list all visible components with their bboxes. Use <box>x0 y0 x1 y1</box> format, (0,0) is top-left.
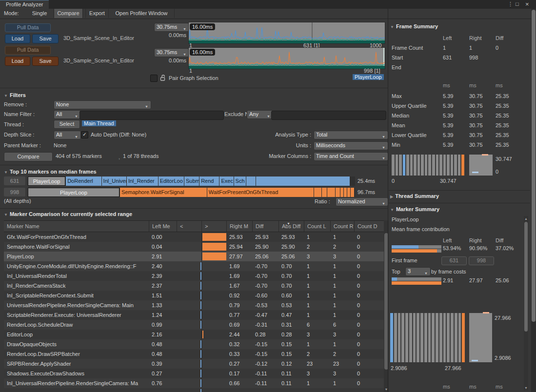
col-marker-name[interactable]: Marker Name <box>4 221 149 232</box>
marker-segment[interactable] <box>246 176 256 186</box>
scroll-down-icon[interactable]: ▼ <box>524 386 528 390</box>
units-dropdown[interactable]: Milliseconds▼ <box>314 141 388 150</box>
marker-segment[interactable] <box>322 188 327 197</box>
col-diff[interactable]: Diff <box>252 221 278 232</box>
pull-data-right-button[interactable]: Pull Data <box>5 46 51 55</box>
table-row[interactable]: RenderLoop.ScheduleDraw0.990.69-0.310.31… <box>4 320 384 330</box>
load-left-button[interactable]: Load <box>5 34 30 43</box>
marker-segment[interactable] <box>327 188 335 197</box>
exclude-names-input[interactable] <box>271 111 386 120</box>
pair-graph-selection-checkbox[interactable] <box>150 75 158 82</box>
first-frame-right-button[interactable]: 998 <box>469 256 494 265</box>
marker-segment[interactable]: Exec <box>219 176 233 186</box>
table-row[interactable]: Inl_ScriptableRenderContext.Submit1.510.… <box>4 291 384 300</box>
table-row[interactable]: UnityEngine.CoreModule.dll!UnityEngine.R… <box>4 261 384 271</box>
marker-summary-scrollbar[interactable]: ▲ ▼ <box>524 216 528 391</box>
maximize-icon[interactable]: □ <box>516 1 519 7</box>
top-n-dropdown[interactable]: 3▼ <box>405 267 431 276</box>
col-abs-diff[interactable]: ▼Abs Diff <box>278 221 304 232</box>
marker-segment[interactable]: Semaphore.WaitForSignal <box>120 188 207 197</box>
table-row[interactable]: Semaphore.WaitForSignal0.0425.9425.9025.… <box>4 242 384 252</box>
analysis-type-dropdown[interactable]: Total▼ <box>314 131 388 139</box>
marker-columns-dropdown[interactable]: Time and Count▼ <box>314 152 388 161</box>
thread-summary-header[interactable]: ▶Thread Summary <box>390 193 439 199</box>
table-row[interactable]: UniversalRenderPipeline.RenderSingleCame… <box>4 300 384 310</box>
marker-segment[interactable] <box>340 188 343 197</box>
graph-left-scale-dropdown[interactable]: 30.75ms▼ <box>154 23 189 32</box>
marker-segment[interactable] <box>256 176 350 186</box>
marker-segment[interactable]: Rend <box>199 176 219 186</box>
table-row[interactable]: Inl_RenderCameraStack2.371.67-0.700.7011… <box>4 281 384 291</box>
scroll-up-icon[interactable]: ▲ <box>524 217 528 220</box>
table-row[interactable]: Inl_UniversalRenderPipeline.RenderSingle… <box>4 378 384 388</box>
table-row[interactable]: DrawOpaqueObjects0.480.32-0.150.15110 <box>4 339 384 349</box>
marker-summary-histogram[interactable] <box>390 313 465 362</box>
exclude-mode-dropdown[interactable]: Any▼ <box>247 110 273 119</box>
table-row[interactable]: PlayerLoop2.9127.9725.0625.06330 <box>4 252 384 261</box>
frame-summary-histogram[interactable] <box>392 155 464 176</box>
marker-segment[interactable]: PlayerLoop <box>28 188 119 197</box>
marker-segment[interactable]: Sch <box>234 176 246 186</box>
col-left-bar[interactable]: < <box>177 221 201 232</box>
first-frame-left-button[interactable]: 631 <box>441 256 467 265</box>
marker-segment[interactable] <box>351 188 354 197</box>
right-diff-bar <box>201 252 226 261</box>
selected-marker-label[interactable]: PlayerLoop <box>353 74 384 80</box>
save-right-button[interactable]: Save <box>32 57 59 66</box>
table-row[interactable]: SRPBRender.ApplyShader0.390.27-0.120.122… <box>4 359 384 369</box>
marker-segment[interactable]: Inl_Render <box>127 176 158 186</box>
frame-summary-header[interactable]: ▼Frame Summary <box>390 23 438 29</box>
open-profiler-window-button[interactable]: Open Profiler Window <box>108 9 175 18</box>
mode-single-button[interactable]: Single <box>25 9 54 18</box>
profile-analyzer-window: Profile Analyzer ⋮ □ × Mode: Single Comp… <box>0 0 536 392</box>
export-button[interactable]: Export <box>85 9 109 18</box>
graph-right-scale-dropdown[interactable]: 30.75ms▼ <box>154 48 189 57</box>
right-panel-scrollbar[interactable] <box>531 9 536 392</box>
load-right-button[interactable]: Load <box>5 57 30 66</box>
table-row[interactable]: ScriptableRenderer.Execute: UniversalRen… <box>4 310 384 320</box>
marker-segment[interactable]: EditorLoo <box>159 176 184 186</box>
marker-segment[interactable]: PlayerLoop <box>28 176 65 186</box>
ratio-dropdown[interactable]: Normalized▼ <box>336 197 388 206</box>
table-row[interactable]: Shadows.ExecuteDrawShadows0.270.17-0.110… <box>4 369 384 378</box>
marker-segment[interactable]: Submi <box>184 176 199 186</box>
table-row[interactable]: EditorLoop2.162.440.280.28330 <box>4 330 384 339</box>
top10-header[interactable]: ▼Top 10 markers on median frames <box>4 169 97 175</box>
frame-graph-right[interactable]: 16.00ms <box>188 47 385 69</box>
mode-compare-button[interactable]: Compare <box>54 9 83 18</box>
marker-summary-header[interactable]: ▼Marker Summary <box>390 206 439 212</box>
col-count-left[interactable]: Count L <box>304 221 330 232</box>
marker-segment[interactable]: Inl_Univers <box>102 176 126 186</box>
remove-dropdown[interactable]: None▼ <box>54 100 151 109</box>
table-row[interactable]: Gfx.WaitForPresentOnGfxThread0.0025.9325… <box>4 232 384 242</box>
pull-data-left-button[interactable]: Pull Data <box>5 23 51 32</box>
comparison-header[interactable]: ▼Marker Comparison for currently selecte… <box>4 211 132 217</box>
marker-segment[interactable]: DoRenderl <box>66 176 101 186</box>
table-row[interactable]: RenderLoop.DrawSRPBatcher0.480.33-0.150.… <box>4 349 384 359</box>
close-icon[interactable]: × <box>525 0 529 8</box>
frame-graph-left[interactable]: 16.00ms <box>188 22 385 44</box>
marker-segment[interactable] <box>314 188 321 197</box>
kebab-menu-icon[interactable]: ⋮ <box>508 1 513 7</box>
compare-button[interactable]: Compare <box>4 152 53 161</box>
name-filter-mode-dropdown[interactable]: All▼ <box>54 110 81 119</box>
col-count-right[interactable]: Count R <box>330 221 354 232</box>
col-count-diff[interactable]: Count D <box>354 221 384 232</box>
col-left-median[interactable]: Left Me <box>149 221 177 232</box>
depth-mode-dropdown[interactable]: All▼ <box>54 131 81 139</box>
marker-segment[interactable] <box>344 188 347 197</box>
filters-header[interactable]: ▼Filters <box>4 92 26 98</box>
tab-profile-analyzer[interactable]: Profile Analyzer <box>0 0 49 9</box>
unlock-icon[interactable] <box>159 74 166 81</box>
table-row[interactable]: Inl_UniversalRenderTotal2.391.69-0.700.7… <box>4 271 384 281</box>
auto-depth-checkbox[interactable]: ✓ <box>81 131 88 138</box>
save-left-button[interactable]: Save <box>32 34 59 43</box>
graph-right-zero-label: 0.00ms <box>161 58 186 63</box>
thread-select-button[interactable]: Select <box>54 120 80 129</box>
marker-segment[interactable] <box>336 188 340 197</box>
marker-segment[interactable]: WaitForPresentOnGfxThread <box>207 188 314 197</box>
marker-segment[interactable] <box>347 188 350 197</box>
col-right-bar[interactable]: > <box>201 221 226 232</box>
col-right-median[interactable]: Right M <box>226 221 252 232</box>
name-filter-input[interactable] <box>79 111 224 120</box>
